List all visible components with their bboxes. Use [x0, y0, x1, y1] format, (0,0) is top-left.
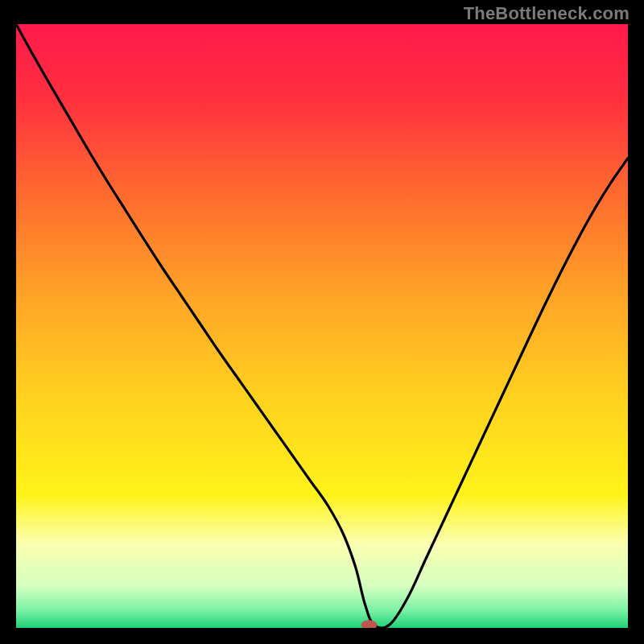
- chart-svg: [16, 24, 628, 628]
- watermark-text: TheBottleneck.com: [464, 3, 630, 24]
- bottleneck-chart: [16, 24, 628, 628]
- chart-frame: TheBottleneck.com: [0, 0, 644, 644]
